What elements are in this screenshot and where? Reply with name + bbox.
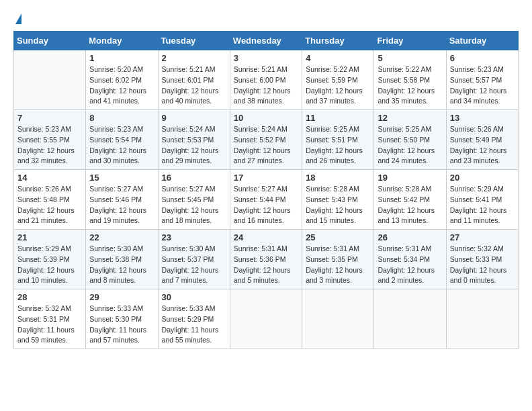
- day-info: Sunrise: 5:33 AMSunset: 5:29 PMDaylight:…: [162, 304, 226, 346]
- day-number: 22: [89, 232, 154, 242]
- day-number: 12: [378, 113, 442, 123]
- day-info: Sunrise: 5:24 AMSunset: 5:53 PMDaylight:…: [162, 124, 226, 167]
- day-number: 11: [306, 113, 370, 123]
- day-info: Sunrise: 5:31 AMSunset: 5:36 PMDaylight:…: [234, 244, 298, 286]
- col-header-sunday: Sunday: [14, 32, 86, 50]
- calendar-cell: 26Sunrise: 5:31 AMSunset: 5:34 PMDayligh…: [374, 230, 446, 289]
- day-number: 23: [162, 232, 226, 242]
- day-number: 16: [162, 173, 226, 183]
- calendar-cell: 25Sunrise: 5:31 AMSunset: 5:35 PMDayligh…: [302, 230, 374, 289]
- day-number: 29: [89, 292, 154, 302]
- day-info: Sunrise: 5:30 AMSunset: 5:38 PMDaylight:…: [89, 244, 154, 286]
- day-info: Sunrise: 5:26 AMSunset: 5:48 PMDaylight:…: [17, 184, 82, 226]
- day-number: 17: [234, 173, 298, 183]
- day-number: 26: [378, 232, 442, 242]
- calendar-cell: [374, 289, 446, 349]
- day-number: 24: [234, 232, 298, 242]
- day-number: 21: [17, 232, 82, 242]
- day-number: 14: [17, 173, 82, 183]
- day-info: Sunrise: 5:29 AMSunset: 5:41 PMDaylight:…: [450, 184, 515, 226]
- day-number: 6: [450, 53, 515, 63]
- calendar-cell: 29Sunrise: 5:33 AMSunset: 5:30 PMDayligh…: [86, 289, 158, 349]
- day-info: Sunrise: 5:27 AMSunset: 5:46 PMDaylight:…: [89, 184, 154, 226]
- calendar-cell: 18Sunrise: 5:28 AMSunset: 5:43 PMDayligh…: [302, 170, 374, 230]
- calendar-cell: 4Sunrise: 5:22 AMSunset: 5:59 PMDaylight…: [302, 50, 374, 110]
- calendar-cell: 3Sunrise: 5:21 AMSunset: 6:00 PMDaylight…: [230, 50, 302, 110]
- col-header-thursday: Thursday: [302, 32, 374, 50]
- day-info: Sunrise: 5:30 AMSunset: 5:37 PMDaylight:…: [162, 244, 226, 286]
- day-info: Sunrise: 5:22 AMSunset: 5:59 PMDaylight:…: [306, 64, 370, 107]
- calendar-cell: 8Sunrise: 5:23 AMSunset: 5:54 PMDaylight…: [86, 110, 158, 170]
- calendar-cell: 22Sunrise: 5:30 AMSunset: 5:38 PMDayligh…: [86, 230, 158, 289]
- logo-triangle-icon: [15, 13, 21, 24]
- col-header-friday: Friday: [374, 32, 446, 50]
- calendar-cell: 28Sunrise: 5:32 AMSunset: 5:31 PMDayligh…: [14, 289, 86, 349]
- day-info: Sunrise: 5:31 AMSunset: 5:34 PMDaylight:…: [378, 244, 442, 286]
- day-info: Sunrise: 5:32 AMSunset: 5:33 PMDaylight:…: [450, 244, 515, 286]
- day-number: 9: [162, 113, 226, 123]
- calendar-cell: 11Sunrise: 5:25 AMSunset: 5:51 PMDayligh…: [302, 110, 374, 170]
- calendar-cell: 27Sunrise: 5:32 AMSunset: 5:33 PMDayligh…: [446, 230, 518, 289]
- day-number: 2: [162, 53, 226, 63]
- day-number: 7: [17, 113, 82, 123]
- day-info: Sunrise: 5:23 AMSunset: 5:54 PMDaylight:…: [89, 124, 154, 167]
- calendar-cell: 10Sunrise: 5:24 AMSunset: 5:52 PMDayligh…: [230, 110, 302, 170]
- day-info: Sunrise: 5:25 AMSunset: 5:51 PMDaylight:…: [306, 124, 370, 167]
- day-number: 1: [89, 53, 154, 63]
- day-info: Sunrise: 5:25 AMSunset: 5:50 PMDaylight:…: [378, 124, 442, 167]
- day-number: 15: [89, 173, 154, 183]
- col-header-wednesday: Wednesday: [230, 32, 302, 50]
- day-number: 18: [306, 173, 370, 183]
- day-info: Sunrise: 5:26 AMSunset: 5:49 PMDaylight:…: [450, 124, 515, 167]
- calendar-cell: [14, 50, 86, 110]
- day-info: Sunrise: 5:33 AMSunset: 5:30 PMDaylight:…: [89, 304, 154, 346]
- calendar-cell: 2Sunrise: 5:21 AMSunset: 6:01 PMDaylight…: [158, 50, 230, 110]
- calendar-cell: 7Sunrise: 5:23 AMSunset: 5:55 PMDaylight…: [14, 110, 86, 170]
- calendar-cell: [302, 289, 374, 349]
- col-header-saturday: Saturday: [446, 32, 518, 50]
- calendar-cell: [230, 289, 302, 349]
- calendar-table: SundayMondayTuesdayWednesdayThursdayFrid…: [13, 31, 519, 349]
- day-info: Sunrise: 5:22 AMSunset: 5:58 PMDaylight:…: [378, 64, 442, 107]
- calendar-cell: 12Sunrise: 5:25 AMSunset: 5:50 PMDayligh…: [374, 110, 446, 170]
- col-header-monday: Monday: [86, 32, 158, 50]
- day-info: Sunrise: 5:20 AMSunset: 6:02 PMDaylight:…: [89, 64, 154, 107]
- day-info: Sunrise: 5:23 AMSunset: 5:55 PMDaylight:…: [17, 124, 82, 167]
- calendar-cell: 23Sunrise: 5:30 AMSunset: 5:37 PMDayligh…: [158, 230, 230, 289]
- day-info: Sunrise: 5:27 AMSunset: 5:45 PMDaylight:…: [162, 184, 226, 226]
- calendar-cell: 5Sunrise: 5:22 AMSunset: 5:58 PMDaylight…: [374, 50, 446, 110]
- day-number: 13: [450, 113, 515, 123]
- calendar-cell: 21Sunrise: 5:29 AMSunset: 5:39 PMDayligh…: [14, 230, 86, 289]
- day-info: Sunrise: 5:28 AMSunset: 5:43 PMDaylight:…: [306, 184, 370, 226]
- day-number: 5: [378, 53, 442, 63]
- day-info: Sunrise: 5:28 AMSunset: 5:42 PMDaylight:…: [378, 184, 442, 226]
- day-number: 4: [306, 53, 370, 63]
- day-number: 25: [306, 232, 370, 242]
- calendar-cell: 20Sunrise: 5:29 AMSunset: 5:41 PMDayligh…: [446, 170, 518, 230]
- day-number: 20: [450, 173, 515, 183]
- day-info: Sunrise: 5:21 AMSunset: 6:00 PMDaylight:…: [234, 64, 298, 107]
- day-number: 28: [17, 292, 82, 302]
- logo: [13, 13, 21, 24]
- calendar-cell: 13Sunrise: 5:26 AMSunset: 5:49 PMDayligh…: [446, 110, 518, 170]
- day-info: Sunrise: 5:27 AMSunset: 5:44 PMDaylight:…: [234, 184, 298, 226]
- day-info: Sunrise: 5:23 AMSunset: 5:57 PMDaylight:…: [450, 64, 515, 107]
- calendar-cell: 24Sunrise: 5:31 AMSunset: 5:36 PMDayligh…: [230, 230, 302, 289]
- calendar-cell: 15Sunrise: 5:27 AMSunset: 5:46 PMDayligh…: [86, 170, 158, 230]
- calendar-cell: 19Sunrise: 5:28 AMSunset: 5:42 PMDayligh…: [374, 170, 446, 230]
- calendar-cell: 1Sunrise: 5:20 AMSunset: 6:02 PMDaylight…: [86, 50, 158, 110]
- calendar-cell: 6Sunrise: 5:23 AMSunset: 5:57 PMDaylight…: [446, 50, 518, 110]
- day-number: 27: [450, 232, 515, 242]
- day-info: Sunrise: 5:32 AMSunset: 5:31 PMDaylight:…: [17, 304, 82, 346]
- day-number: 10: [234, 113, 298, 123]
- calendar-cell: 9Sunrise: 5:24 AMSunset: 5:53 PMDaylight…: [158, 110, 230, 170]
- calendar-cell: 17Sunrise: 5:27 AMSunset: 5:44 PMDayligh…: [230, 170, 302, 230]
- calendar-cell: [446, 289, 518, 349]
- calendar-cell: 16Sunrise: 5:27 AMSunset: 5:45 PMDayligh…: [158, 170, 230, 230]
- col-header-tuesday: Tuesday: [158, 32, 230, 50]
- calendar-cell: 14Sunrise: 5:26 AMSunset: 5:48 PMDayligh…: [14, 170, 86, 230]
- day-number: 30: [162, 292, 226, 302]
- page-header: [13, 13, 519, 24]
- day-info: Sunrise: 5:21 AMSunset: 6:01 PMDaylight:…: [162, 64, 226, 107]
- day-info: Sunrise: 5:29 AMSunset: 5:39 PMDaylight:…: [17, 244, 82, 286]
